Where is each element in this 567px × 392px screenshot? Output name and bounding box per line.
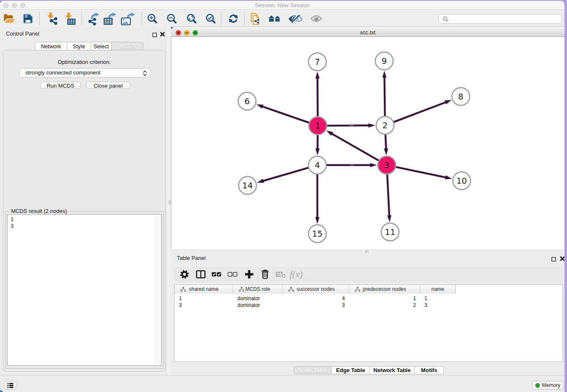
- settings-button[interactable]: [178, 268, 191, 281]
- import-table-button[interactable]: [63, 12, 77, 25]
- tab-motifs[interactable]: Motifs: [414, 366, 444, 374]
- cell-MCDS-role[interactable]: dominator: [233, 295, 283, 302]
- tab-style[interactable]: Style: [67, 42, 91, 50]
- graph-node-15[interactable]: 15: [308, 225, 326, 243]
- zoom-selected-icon: [206, 14, 216, 24]
- open-session-button[interactable]: [2, 12, 17, 25]
- cell-MCDS-role[interactable]: dominator: [233, 302, 283, 309]
- select-all-button[interactable]: [210, 268, 223, 281]
- arrowhead-2-9: [383, 71, 387, 77]
- export-table-button[interactable]: [103, 12, 117, 25]
- edge-3-10[interactable]: [394, 167, 446, 178]
- cell-successor-nodes[interactable]: 4: [283, 295, 349, 302]
- column-type-icon: [239, 287, 245, 292]
- column-header-predecessor-nodes[interactable]: predecessor nodes: [349, 285, 420, 294]
- mcds-result-list[interactable]: 1 3: [7, 214, 162, 366]
- tab-network[interactable]: Network: [35, 42, 67, 50]
- network-canvas[interactable]: 7968124314101511: [171, 37, 564, 249]
- save-session-button[interactable]: [21, 12, 35, 25]
- columns-button[interactable]: [194, 268, 207, 281]
- mcds-result-scrollbar[interactable]: [154, 216, 161, 364]
- run-mcds-button[interactable]: Run MCDS: [40, 82, 81, 89]
- cell-name[interactable]: 1: [420, 295, 456, 302]
- zoom-fit-button[interactable]: [184, 12, 199, 25]
- delete-column-button[interactable]: [259, 268, 271, 281]
- table-row[interactable]: 3dominator323: [175, 302, 562, 309]
- close-panel-button[interactable]: Close panel: [86, 82, 130, 89]
- edge-1-7[interactable]: [317, 77, 318, 118]
- optimization-criterion-dropdown[interactable]: strongly connected component: [19, 68, 150, 77]
- edge-2-8[interactable]: [392, 102, 446, 122]
- zoom-out-button[interactable]: [165, 12, 179, 25]
- graph-node-1[interactable]: 1: [309, 117, 327, 135]
- column-header-MCDS-role[interactable]: MCDS role: [233, 285, 283, 294]
- edge-2-3[interactable]: [385, 133, 386, 149]
- cell-shared-name[interactable]: 1: [175, 295, 233, 302]
- list-icon: [6, 382, 14, 389]
- eye-slash-icon: [288, 15, 303, 23]
- column-header-name[interactable]: name: [420, 285, 456, 294]
- graph-node-10[interactable]: 10: [453, 172, 471, 190]
- column-header-shared-name[interactable]: shared name: [175, 285, 233, 294]
- deselect-all-button[interactable]: [226, 268, 239, 281]
- tab-edge-table[interactable]: Edge Table: [331, 366, 369, 374]
- arrowhead-2-3: [384, 149, 388, 155]
- control-panel-close-button[interactable]: [160, 31, 165, 39]
- column-header-successor-nodes[interactable]: successor nodes: [283, 285, 349, 294]
- control-panel-float-button[interactable]: [152, 31, 157, 39]
- task-history-button[interactable]: [4, 381, 16, 389]
- table-panel-close-button[interactable]: [560, 255, 564, 263]
- node-label-1: 1: [315, 121, 320, 131]
- show-overview-button[interactable]: [267, 12, 282, 25]
- edge-2-9[interactable]: [384, 77, 385, 118]
- graph-node-3[interactable]: 3: [378, 156, 396, 174]
- graph-node-6[interactable]: 6: [238, 92, 256, 110]
- export-network-button[interactable]: [87, 12, 101, 25]
- edge-3-1[interactable]: [331, 133, 380, 161]
- tab-select[interactable]: Select: [91, 42, 111, 50]
- zoom-selected-button[interactable]: [204, 12, 218, 25]
- table-panel-title: Table Panel: [177, 255, 206, 261]
- duplicate-network-button[interactable]: [248, 12, 262, 25]
- import-network-button[interactable]: [44, 12, 59, 25]
- hide-graphics-details-button[interactable]: [288, 12, 303, 25]
- graph-node-4[interactable]: 4: [308, 156, 326, 174]
- graph-node-14[interactable]: 14: [239, 177, 256, 194]
- graph-node-8[interactable]: 8: [452, 88, 470, 105]
- import-network-icon: [46, 12, 58, 25]
- network-view-titlebar: scc.txt: [171, 27, 564, 37]
- edge-3-11[interactable]: [387, 173, 389, 216]
- function-builder-button[interactable]: f(x): [290, 268, 303, 281]
- node-label-14: 14: [242, 181, 253, 190]
- open-folder-icon: [3, 14, 15, 24]
- graph-node-9[interactable]: 9: [375, 52, 393, 70]
- tab-network-table[interactable]: Network Table: [369, 366, 414, 374]
- cell-name[interactable]: 3: [420, 302, 456, 309]
- delete-table-button[interactable]: [275, 268, 287, 281]
- table-panel-float-button[interactable]: [551, 256, 556, 263]
- cell-shared-name[interactable]: 3: [175, 302, 233, 309]
- cell-predecessor-nodes[interactable]: 1: [349, 295, 420, 302]
- graph-node-11[interactable]: 11: [381, 223, 399, 241]
- search-input[interactable]: [438, 14, 562, 24]
- cell-successor-nodes[interactable]: 3: [283, 302, 349, 309]
- show-graphics-details-button[interactable]: [309, 12, 323, 25]
- control-panel-title: Control Panel: [6, 30, 39, 37]
- cell-predecessor-nodes[interactable]: 2: [349, 302, 420, 309]
- tab-mcds[interactable]: MCDS: [111, 42, 143, 50]
- node-label-2: 2: [383, 121, 388, 130]
- tab-node-table[interactable]: Node Table: [294, 366, 331, 374]
- graph-node-7[interactable]: 7: [308, 53, 326, 71]
- edge-1-2[interactable]: [325, 125, 369, 126]
- status-bar: Memory: [0, 375, 564, 391]
- edge-1-6[interactable]: [262, 106, 311, 123]
- add-column-button[interactable]: [243, 268, 256, 281]
- graph-node-2[interactable]: 2: [376, 116, 394, 134]
- table-row[interactable]: 1dominator411: [175, 295, 562, 302]
- export-image-button[interactable]: [121, 12, 135, 25]
- zoom-in-button[interactable]: [145, 12, 160, 25]
- memory-button[interactable]: Memory: [532, 381, 563, 389]
- refresh-button[interactable]: [226, 12, 241, 25]
- table-tabs: Node TableEdge TableNetwork TableMotifs: [294, 366, 444, 374]
- edge-4-14[interactable]: [263, 167, 310, 181]
